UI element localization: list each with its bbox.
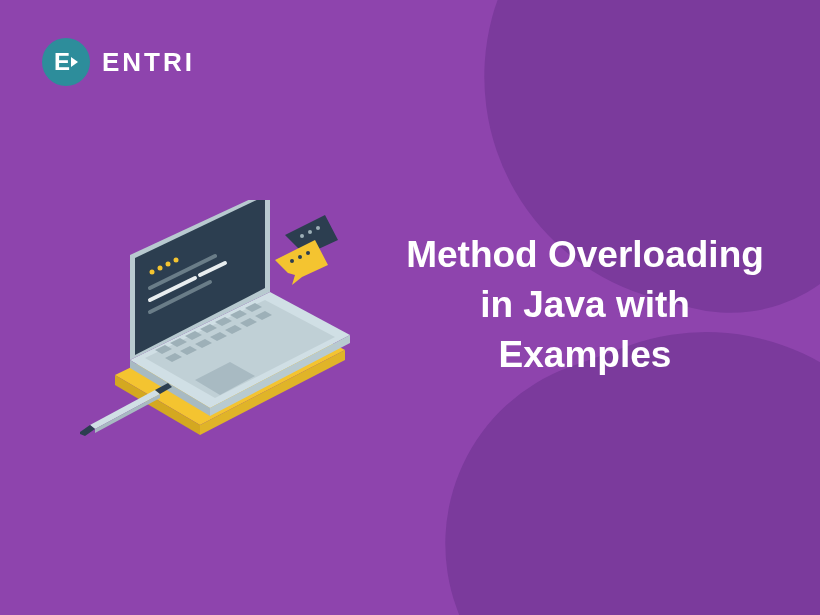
svg-marker-43: [95, 394, 160, 433]
svg-point-39: [306, 251, 310, 255]
svg-point-27: [174, 258, 179, 263]
logo-badge: E: [42, 38, 90, 86]
svg-point-34: [308, 230, 312, 234]
page-title: Method Overloading in Java with Examples: [400, 230, 770, 380]
svg-point-37: [290, 259, 294, 263]
brand-name: ENTRI: [102, 47, 195, 78]
laptop-illustration: [80, 200, 380, 460]
svg-point-33: [300, 234, 304, 238]
svg-point-25: [158, 266, 163, 271]
svg-point-38: [298, 255, 302, 259]
svg-point-26: [166, 262, 171, 267]
brand-logo: E ENTRI: [42, 38, 195, 86]
play-icon: [71, 57, 78, 67]
svg-point-24: [150, 270, 155, 275]
svg-marker-40: [90, 390, 160, 429]
svg-point-35: [316, 226, 320, 230]
logo-letter: E: [54, 48, 69, 76]
